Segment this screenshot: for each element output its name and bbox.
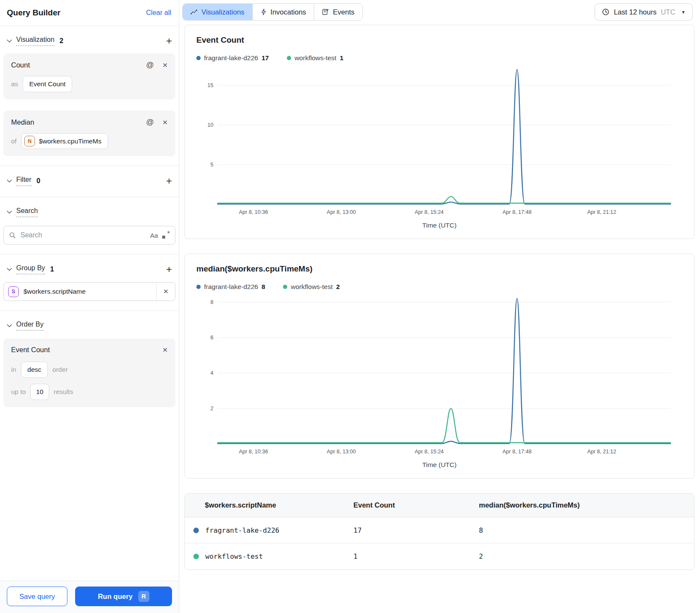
event-count-plot[interactable]: 51015Apr 8, 10:36Apr 8, 13:00Apr 8, 15:2…	[196, 67, 682, 217]
tab-events[interactable]: Events	[314, 4, 362, 20]
add-filter-button[interactable]: +	[166, 176, 172, 186]
at-icon[interactable]: @	[146, 118, 154, 127]
visualization-label[interactable]: Visualization	[16, 36, 55, 46]
lightning-icon	[260, 9, 267, 15]
chart-legend: fragrant-lake-d226 8 workflows-test 2	[196, 283, 682, 291]
divider	[0, 166, 179, 166]
as-label: as	[11, 80, 18, 88]
section-search: Search	[3, 206, 175, 219]
group-by-chip[interactable]: S $workers.scriptName ✕	[3, 282, 175, 301]
sidebar-header: Query Builder Clear all	[0, 0, 179, 26]
string-type-icon: S	[8, 286, 19, 297]
run-query-label: Run query	[98, 593, 133, 601]
search-label[interactable]: Search	[16, 207, 38, 217]
filter-label[interactable]: Filter	[16, 176, 32, 186]
group-by-count: 1	[50, 266, 54, 273]
section-order-by: Order By	[3, 319, 175, 332]
legend-item[interactable]: fragrant-lake-d226 17	[196, 54, 269, 62]
chevron-down-icon[interactable]	[7, 324, 12, 327]
svg-text:5: 5	[210, 162, 213, 168]
svg-text:Apr 8, 15:24: Apr 8, 15:24	[414, 209, 443, 215]
x-axis-label: Time (UTC)	[196, 461, 682, 469]
match-case-icon[interactable]: Aa	[150, 232, 158, 239]
visualization-count: 2	[60, 37, 64, 45]
in-label: in	[11, 366, 16, 374]
group-by-label[interactable]: Group By	[16, 264, 45, 274]
table-row: fragrant-lake-d226 17 8	[185, 517, 694, 543]
tab-invocations[interactable]: Invocations	[252, 4, 314, 20]
section-visualization: Visualization 2 +	[3, 35, 175, 47]
svg-text:Apr 8, 13:00: Apr 8, 13:00	[327, 449, 356, 455]
svg-text:Apr 8, 17:48: Apr 8, 17:48	[502, 209, 531, 215]
query-builder-sidebar: Query Builder Clear all Visualization 2 …	[0, 0, 179, 613]
close-icon: ✕	[163, 288, 169, 295]
chevron-down-icon[interactable]	[7, 210, 12, 214]
order-by-card: Event Count ✕ in desc order up to 10 res…	[3, 339, 175, 407]
tab-label: Events	[333, 8, 354, 16]
median-cpu-cell: 8	[479, 526, 694, 534]
svg-text:15: 15	[207, 82, 213, 88]
sort-direction-selector[interactable]: desc	[21, 362, 48, 378]
event-count-alias-field[interactable]: Event Count	[23, 76, 72, 92]
series-dot	[283, 285, 287, 289]
at-icon[interactable]: @	[146, 61, 154, 70]
legend-item[interactable]: fragrant-lake-d226 8	[196, 283, 265, 291]
close-icon[interactable]: ✕	[162, 119, 168, 126]
save-query-button[interactable]: Save query	[7, 587, 67, 606]
tab-visualizations[interactable]: Visualizations	[183, 4, 252, 20]
median-cpu-plot[interactable]: 2468Apr 8, 10:36Apr 8, 13:00Apr 8, 15:24…	[196, 296, 682, 457]
svg-text:Apr 8, 10:36: Apr 8, 10:36	[239, 449, 268, 455]
divider	[0, 197, 179, 197]
close-icon[interactable]: ✕	[162, 346, 168, 354]
chart-title: Event Count	[196, 35, 682, 45]
section-filter: Filter 0 +	[3, 175, 175, 187]
number-type-icon: N	[24, 136, 35, 146]
svg-text:2: 2	[210, 406, 213, 412]
script-name-cell: fragrant-lake-d226	[205, 526, 279, 534]
series-dot	[196, 285, 201, 289]
tab-label: Visualizations	[201, 8, 245, 16]
column-header-event-count: Event Count	[353, 501, 479, 509]
event-count-cell: 1	[353, 552, 479, 560]
legend-item[interactable]: workflows-test 2	[283, 283, 340, 291]
remove-group-by-button[interactable]: ✕	[156, 283, 175, 301]
column-header-median-cpu: median($workers.cpuTimeMs)	[479, 501, 694, 509]
sidebar-body: Visualization 2 + Count @ ✕ as Event Cou…	[0, 26, 179, 581]
search-input[interactable]	[20, 231, 146, 239]
add-visualization-button[interactable]: +	[166, 36, 172, 46]
clear-all-link[interactable]: Clear all	[146, 9, 171, 17]
legend-item[interactable]: workflows-test 1	[287, 54, 344, 62]
time-range-label: Last 12 hours	[614, 8, 656, 16]
chevron-down-icon[interactable]	[7, 179, 12, 183]
content: Event Count fragrant-lake-d226 17 workfl…	[179, 20, 700, 578]
order-label: order	[52, 366, 68, 374]
keyboard-shortcut-badge: R	[138, 591, 149, 602]
run-query-button[interactable]: Run query R	[75, 587, 172, 606]
median-field-selector[interactable]: N $workers.cpuTimeMs	[21, 133, 108, 149]
table-row: workflows-test 1 2	[185, 543, 694, 569]
filter-count: 0	[37, 177, 41, 185]
result-limit-field[interactable]: 10	[30, 384, 49, 400]
regex-icon[interactable]: *	[162, 231, 170, 239]
sidebar-footer: Save query Run query R	[0, 581, 179, 613]
page-title: Query Builder	[7, 8, 61, 18]
chevron-down-icon[interactable]	[7, 39, 12, 43]
results-label: results	[54, 388, 73, 396]
add-group-by-button[interactable]: +	[166, 264, 172, 274]
order-by-label[interactable]: Order By	[16, 321, 44, 331]
divider	[0, 254, 179, 254]
svg-text:Apr 8, 21:12: Apr 8, 21:12	[587, 449, 616, 455]
close-icon[interactable]: ✕	[162, 61, 168, 69]
svg-text:Apr 8, 10:36: Apr 8, 10:36	[239, 209, 268, 215]
visualization-card-count: Count @ ✕ as Event Count	[3, 53, 175, 99]
chevron-down-icon[interactable]	[7, 268, 12, 271]
order-by-field: Event Count	[11, 346, 50, 354]
events-doc-icon	[322, 9, 329, 15]
svg-text:Apr 8, 21:12: Apr 8, 21:12	[587, 209, 616, 215]
tab-label: Invocations	[271, 8, 306, 16]
median-cpu-cell: 2	[479, 552, 694, 560]
time-range-selector[interactable]: Last 12 hours UTC ▼	[595, 3, 693, 20]
app: Query Builder Clear all Visualization 2 …	[0, 0, 700, 613]
column-header-script-name: $workers.scriptName	[185, 501, 353, 509]
search-icon	[9, 232, 16, 239]
